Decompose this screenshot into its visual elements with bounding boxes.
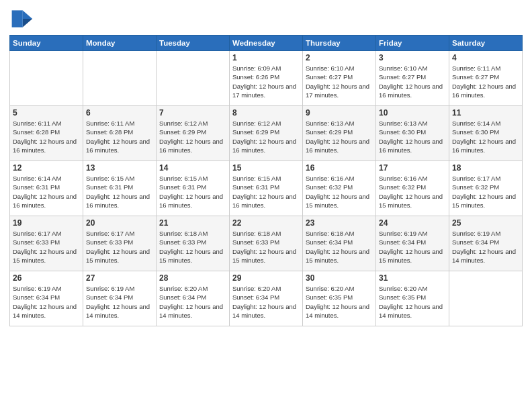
day-number: 7 — [159, 108, 226, 118]
week-row-4: 19Sunrise: 6:17 AM Sunset: 6:33 PM Dayli… — [10, 216, 523, 271]
day-number: 30 — [306, 273, 373, 283]
calendar-cell: 25Sunrise: 6:19 AM Sunset: 6:34 PM Dayli… — [449, 216, 523, 271]
calendar-cell: 13Sunrise: 6:15 AM Sunset: 6:31 PM Dayli… — [83, 161, 157, 216]
calendar-cell: 18Sunrise: 6:17 AM Sunset: 6:32 PM Dayli… — [449, 161, 523, 216]
day-info: Sunrise: 6:20 AM Sunset: 6:35 PM Dayligh… — [379, 284, 446, 320]
calendar-cell: 20Sunrise: 6:17 AM Sunset: 6:33 PM Dayli… — [83, 216, 157, 271]
day-info: Sunrise: 6:19 AM Sunset: 6:34 PM Dayligh… — [86, 284, 153, 320]
day-number: 25 — [452, 218, 519, 228]
weekday-header-saturday: Saturday — [449, 36, 523, 51]
day-info: Sunrise: 6:18 AM Sunset: 6:34 PM Dayligh… — [306, 229, 373, 265]
day-number: 9 — [306, 108, 373, 118]
day-info: Sunrise: 6:13 AM Sunset: 6:29 PM Dayligh… — [306, 119, 373, 154]
day-info: Sunrise: 6:14 AM Sunset: 6:30 PM Dayligh… — [452, 119, 519, 154]
day-info: Sunrise: 6:20 AM Sunset: 6:34 PM Dayligh… — [159, 284, 226, 320]
day-info: Sunrise: 6:18 AM Sunset: 6:33 PM Dayligh… — [232, 229, 300, 265]
calendar-cell: 26Sunrise: 6:19 AM Sunset: 6:34 PM Dayli… — [10, 271, 83, 326]
calendar-cell: 17Sunrise: 6:16 AM Sunset: 6:32 PM Dayli… — [376, 161, 449, 216]
calendar-cell: 24Sunrise: 6:19 AM Sunset: 6:34 PM Dayli… — [376, 216, 449, 271]
day-number: 27 — [86, 273, 153, 283]
calendar-cell: 14Sunrise: 6:15 AM Sunset: 6:31 PM Dayli… — [157, 161, 230, 216]
calendar-cell: 27Sunrise: 6:19 AM Sunset: 6:34 PM Dayli… — [83, 271, 157, 326]
weekday-header-sunday: Sunday — [10, 36, 83, 51]
day-number: 29 — [232, 273, 300, 283]
day-info: Sunrise: 6:17 AM Sunset: 6:32 PM Dayligh… — [452, 174, 519, 210]
calendar-cell: 12Sunrise: 6:14 AM Sunset: 6:31 PM Dayli… — [10, 161, 83, 216]
day-info: Sunrise: 6:11 AM Sunset: 6:28 PM Dayligh… — [86, 119, 153, 154]
weekday-header-friday: Friday — [376, 36, 449, 51]
day-info: Sunrise: 6:20 AM Sunset: 6:35 PM Dayligh… — [306, 284, 373, 320]
day-number: 20 — [86, 218, 153, 228]
day-number: 17 — [379, 163, 446, 173]
calendar-cell: 4Sunrise: 6:11 AM Sunset: 6:27 PM Daylig… — [449, 51, 523, 106]
day-info: Sunrise: 6:16 AM Sunset: 6:32 PM Dayligh… — [379, 174, 446, 210]
day-number: 16 — [306, 163, 373, 173]
day-number: 4 — [452, 53, 519, 62]
week-row-5: 26Sunrise: 6:19 AM Sunset: 6:34 PM Dayli… — [10, 271, 523, 326]
calendar-cell: 2Sunrise: 6:10 AM Sunset: 6:27 PM Daylig… — [303, 51, 376, 106]
calendar-cell — [449, 271, 523, 326]
weekday-header-tuesday: Tuesday — [157, 36, 230, 51]
day-number: 21 — [159, 218, 226, 228]
calendar-cell: 19Sunrise: 6:17 AM Sunset: 6:33 PM Dayli… — [10, 216, 83, 271]
day-info: Sunrise: 6:18 AM Sunset: 6:33 PM Dayligh… — [159, 229, 226, 265]
calendar-cell: 28Sunrise: 6:20 AM Sunset: 6:34 PM Dayli… — [157, 271, 230, 326]
calendar-cell: 1Sunrise: 6:09 AM Sunset: 6:26 PM Daylig… — [230, 51, 303, 106]
calendar-cell: 11Sunrise: 6:14 AM Sunset: 6:30 PM Dayli… — [449, 106, 523, 161]
calendar-cell: 16Sunrise: 6:16 AM Sunset: 6:32 PM Dayli… — [303, 161, 376, 216]
calendar-cell: 5Sunrise: 6:11 AM Sunset: 6:28 PM Daylig… — [10, 106, 83, 161]
svg-marker-0 — [23, 10, 32, 19]
calendar-cell — [10, 51, 83, 106]
day-number: 14 — [159, 163, 226, 173]
calendar-cell: 31Sunrise: 6:20 AM Sunset: 6:35 PM Dayli… — [376, 271, 449, 326]
calendar-cell: 15Sunrise: 6:15 AM Sunset: 6:31 PM Dayli… — [230, 161, 303, 216]
page: SundayMondayTuesdayWednesdayThursdayFrid… — [0, 0, 532, 411]
calendar-cell: 29Sunrise: 6:20 AM Sunset: 6:34 PM Dayli… — [230, 271, 303, 326]
day-info: Sunrise: 6:15 AM Sunset: 6:31 PM Dayligh… — [159, 174, 226, 210]
calendar-cell: 6Sunrise: 6:11 AM Sunset: 6:28 PM Daylig… — [83, 106, 157, 161]
weekday-header-thursday: Thursday — [303, 36, 376, 51]
day-number: 8 — [232, 108, 300, 118]
day-number: 10 — [379, 108, 446, 118]
day-number: 28 — [159, 273, 226, 283]
day-info: Sunrise: 6:10 AM Sunset: 6:27 PM Dayligh… — [379, 64, 446, 99]
calendar-cell: 21Sunrise: 6:18 AM Sunset: 6:33 PM Dayli… — [157, 216, 230, 271]
calendar-cell: 10Sunrise: 6:13 AM Sunset: 6:30 PM Dayli… — [376, 106, 449, 161]
day-info: Sunrise: 6:20 AM Sunset: 6:34 PM Dayligh… — [232, 284, 300, 320]
week-row-3: 12Sunrise: 6:14 AM Sunset: 6:31 PM Dayli… — [10, 161, 523, 216]
day-info: Sunrise: 6:12 AM Sunset: 6:29 PM Dayligh… — [159, 119, 226, 154]
calendar-cell: 30Sunrise: 6:20 AM Sunset: 6:35 PM Dayli… — [303, 271, 376, 326]
weekday-header-row: SundayMondayTuesdayWednesdayThursdayFrid… — [10, 36, 523, 51]
calendar-cell — [157, 51, 230, 106]
day-number: 6 — [86, 108, 153, 118]
day-info: Sunrise: 6:19 AM Sunset: 6:34 PM Dayligh… — [379, 229, 446, 265]
logo — [9, 7, 36, 31]
day-number: 26 — [13, 273, 80, 283]
day-info: Sunrise: 6:15 AM Sunset: 6:31 PM Dayligh… — [86, 174, 153, 210]
calendar-cell: 7Sunrise: 6:12 AM Sunset: 6:29 PM Daylig… — [157, 106, 230, 161]
calendar-cell: 8Sunrise: 6:12 AM Sunset: 6:29 PM Daylig… — [230, 106, 303, 161]
calendar-cell: 9Sunrise: 6:13 AM Sunset: 6:29 PM Daylig… — [303, 106, 376, 161]
calendar-cell — [83, 51, 157, 106]
calendar-cell: 23Sunrise: 6:18 AM Sunset: 6:34 PM Dayli… — [303, 216, 376, 271]
logo-icon — [9, 7, 34, 31]
day-info: Sunrise: 6:11 AM Sunset: 6:27 PM Dayligh… — [452, 64, 519, 99]
week-row-2: 5Sunrise: 6:11 AM Sunset: 6:28 PM Daylig… — [10, 106, 523, 161]
day-info: Sunrise: 6:19 AM Sunset: 6:34 PM Dayligh… — [452, 229, 519, 265]
day-info: Sunrise: 6:17 AM Sunset: 6:33 PM Dayligh… — [86, 229, 153, 265]
day-info: Sunrise: 6:09 AM Sunset: 6:26 PM Dayligh… — [232, 64, 300, 99]
day-number: 31 — [379, 273, 446, 283]
day-info: Sunrise: 6:13 AM Sunset: 6:30 PM Dayligh… — [379, 119, 446, 154]
svg-marker-1 — [23, 19, 32, 28]
day-number: 11 — [452, 108, 519, 118]
day-number: 13 — [86, 163, 153, 173]
weekday-header-wednesday: Wednesday — [230, 36, 303, 51]
day-number: 18 — [452, 163, 519, 173]
day-number: 5 — [13, 108, 80, 118]
calendar-cell: 22Sunrise: 6:18 AM Sunset: 6:33 PM Dayli… — [230, 216, 303, 271]
calendar-cell: 3Sunrise: 6:10 AM Sunset: 6:27 PM Daylig… — [376, 51, 449, 106]
day-info: Sunrise: 6:17 AM Sunset: 6:33 PM Dayligh… — [13, 229, 80, 265]
day-info: Sunrise: 6:19 AM Sunset: 6:34 PM Dayligh… — [13, 284, 80, 320]
day-info: Sunrise: 6:12 AM Sunset: 6:29 PM Dayligh… — [232, 119, 300, 154]
day-info: Sunrise: 6:11 AM Sunset: 6:28 PM Dayligh… — [13, 119, 80, 154]
